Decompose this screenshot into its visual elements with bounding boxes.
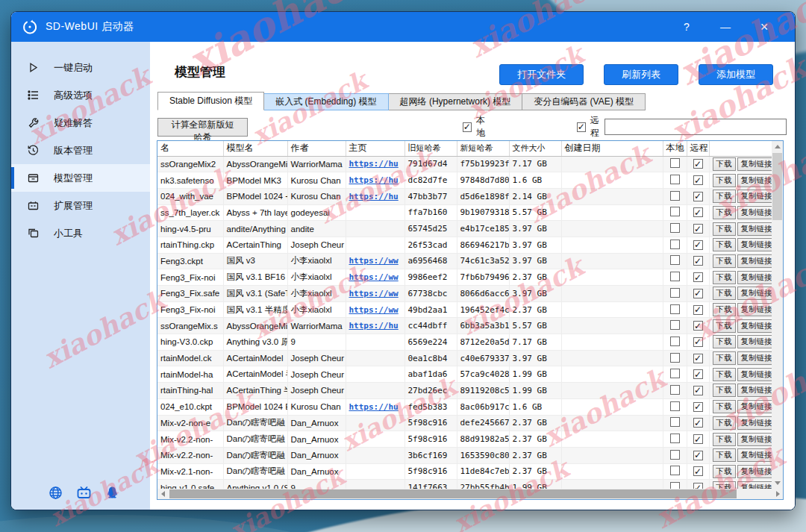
download-button[interactable]: 下载	[713, 222, 736, 236]
remote-checkbox[interactable]: ✓	[693, 369, 703, 379]
download-button[interactable]: 下载	[713, 206, 736, 219]
local-checkbox[interactable]	[670, 240, 680, 249]
remote-checkbox[interactable]: ✓	[693, 386, 703, 395]
column-header[interactable]: 新短哈希	[457, 141, 509, 156]
table-row[interactable]: Feng3_Fix-noi国风 v3.1 半精度 (S小李xiaolxlhttp…	[157, 301, 772, 318]
copy-link-button[interactable]: 复制链接	[737, 481, 772, 489]
table-row[interactable]: rtainModel.ckACertainModelJoseph Cheur0e…	[157, 350, 772, 366]
table-row[interactable]: Feng3_Fix-noi国风 v3.1 BF16 (Sa小李xiaolxlht…	[157, 269, 772, 286]
download-button[interactable]: 下载	[713, 287, 736, 300]
download-button[interactable]: 下载	[713, 481, 736, 489]
table-row[interactable]: 024_with_vaeBPModel 1024 + VKurosu Chanh…	[157, 188, 772, 204]
remote-checkbox[interactable]: ✓	[693, 224, 703, 234]
homepage-link[interactable]: https://ww	[349, 272, 399, 282]
copy-link-button[interactable]: 复制链接	[737, 303, 772, 316]
sidebar-item-extension[interactable]: 扩展管理	[11, 192, 150, 219]
local-checkbox[interactable]	[670, 417, 680, 427]
local-checkbox[interactable]	[670, 450, 680, 460]
copy-link-button[interactable]: 复制链接	[737, 368, 772, 381]
download-button[interactable]: 下载	[713, 335, 736, 348]
remote-checkbox[interactable]: ✓	[693, 321, 703, 331]
copy-link-button[interactable]: 复制链接	[737, 157, 772, 171]
horizontal-scrollbar[interactable]	[157, 489, 783, 499]
close-button[interactable]: ✕	[757, 21, 771, 33]
copy-link-button[interactable]: 复制链接	[737, 335, 772, 348]
table-row[interactable]: rtainThing.ckpACertainThingJoseph Cheur2…	[157, 237, 772, 253]
local-checkbox[interactable]	[670, 255, 680, 265]
local-checkbox[interactable]	[670, 207, 680, 216]
scroll-down-icon[interactable]	[772, 478, 783, 489]
checkbox-icon[interactable]: ✓	[463, 122, 472, 132]
remote-checkbox[interactable]: ✓	[693, 418, 703, 428]
download-button[interactable]: 下载	[713, 238, 736, 251]
homepage-link[interactable]: https://hu	[349, 321, 399, 331]
scroll-up-icon[interactable]	[772, 141, 783, 152]
copy-link-button[interactable]: 复制链接	[737, 190, 772, 203]
local-checkbox[interactable]	[670, 272, 680, 281]
download-button[interactable]: 下载	[713, 174, 736, 187]
homepage-link[interactable]: https://ww	[349, 256, 399, 266]
table-row[interactable]: rtainThing-halACertainThing 半精Joseph Che…	[157, 383, 772, 399]
column-header[interactable]: 作者	[287, 141, 346, 156]
table-row[interactable]: rtainModel-haACertainModel 半Joseph Cheur…	[157, 366, 772, 383]
copy-link-button[interactable]: 复制链接	[737, 174, 772, 187]
table-row[interactable]: hing-V3.0.ckpAnything v3.0 原版96569e22487…	[157, 334, 772, 351]
download-button[interactable]: 下载	[713, 351, 736, 365]
remote-filter-checkbox[interactable]: ✓ 远程	[577, 114, 605, 140]
column-header[interactable]: 文件大小	[509, 141, 561, 156]
column-header[interactable]: 旧短哈希	[404, 141, 457, 156]
local-checkbox[interactable]	[670, 175, 680, 184]
sidebar-item-play[interactable]: 一键启动	[11, 54, 150, 81]
remote-checkbox[interactable]: ✓	[693, 483, 703, 489]
download-button[interactable]: 下载	[713, 254, 736, 268]
column-header[interactable]: 创建日期	[561, 141, 663, 156]
tab-1[interactable]: 嵌入式 (Embedding) 模型	[264, 93, 388, 110]
column-header[interactable]	[709, 141, 772, 156]
local-checkbox[interactable]	[670, 434, 680, 443]
homepage-link[interactable]: https://hu	[349, 159, 399, 169]
scroll-left-icon[interactable]	[157, 489, 168, 499]
download-button[interactable]: 下载	[713, 319, 736, 333]
sidebar-item-tools[interactable]: 小工具	[11, 219, 150, 247]
copy-link-button[interactable]: 复制链接	[737, 254, 772, 268]
local-checkbox[interactable]	[670, 401, 680, 411]
action-button-2[interactable]: 添加模型	[699, 64, 773, 85]
local-checkbox[interactable]	[670, 482, 680, 489]
table-row[interactable]: Mix-v2-non-eDanの瞎寄吧融 v2Dan_Arnuox5f98c91…	[157, 415, 772, 431]
download-button[interactable]: 下载	[713, 416, 736, 430]
homepage-link[interactable]: https://hu	[349, 402, 399, 412]
download-button[interactable]: 下载	[713, 368, 736, 381]
download-button[interactable]: 下载	[713, 384, 736, 397]
remote-checkbox[interactable]: ✓	[693, 337, 703, 347]
download-button[interactable]: 下载	[713, 433, 736, 446]
download-button[interactable]: 下载	[713, 157, 736, 171]
local-checkbox[interactable]	[670, 320, 680, 330]
bilibili-icon[interactable]	[77, 486, 91, 500]
local-checkbox[interactable]	[670, 337, 680, 346]
download-button[interactable]: 下载	[713, 190, 736, 203]
copy-link-button[interactable]: 复制链接	[737, 465, 772, 478]
horizontal-scroll-thumb[interactable]	[169, 489, 737, 498]
remote-checkbox[interactable]: ✓	[693, 354, 703, 363]
copy-link-button[interactable]: 复制链接	[737, 448, 772, 462]
table-row[interactable]: nk3.safetensoBPModel MK3Kurosu Chanhttps…	[157, 172, 772, 189]
tab-3[interactable]: 变分自编码器 (VAE) 模型	[522, 93, 646, 110]
homepage-link[interactable]: https://hu	[349, 175, 399, 185]
globe-icon[interactable]	[49, 486, 63, 500]
table-row[interactable]: Mix-v2.1-non-Danの瞎寄吧融 v2.Dan_Arnuox5f98c…	[157, 463, 772, 480]
copy-link-button[interactable]: 复制链接	[737, 433, 772, 446]
column-header[interactable]: 远程	[687, 141, 709, 156]
download-button[interactable]: 下载	[713, 400, 736, 413]
remote-checkbox[interactable]: ✓	[693, 272, 703, 282]
table-row[interactable]: hing-v1.0.safeAnything v1.0 (Saf9141f766…	[157, 480, 772, 489]
remote-checkbox[interactable]: ✓	[693, 207, 703, 217]
table-row[interactable]: ss_7th_layer.ckAbyss + 7th layergodeyesa…	[157, 204, 772, 221]
column-header[interactable]: 主页	[346, 141, 404, 156]
table-row[interactable]: Feng3.ckpt国风 v3小李xiaolxlhttps://wwa69564…	[157, 253, 772, 269]
table-row[interactable]: Feng3_Fix.safe国风 v3.1 (SafeTen小李xiaolxlh…	[157, 286, 772, 302]
table-row[interactable]: 024_e10.ckptBPModel 1024 E10Kurosu Chanh…	[157, 398, 772, 415]
column-header[interactable]: 本地	[663, 141, 687, 156]
homepage-link[interactable]: https://hu	[349, 192, 399, 201]
download-button[interactable]: 下载	[713, 303, 736, 316]
sidebar-item-options[interactable]: 高级选项	[11, 81, 150, 109]
